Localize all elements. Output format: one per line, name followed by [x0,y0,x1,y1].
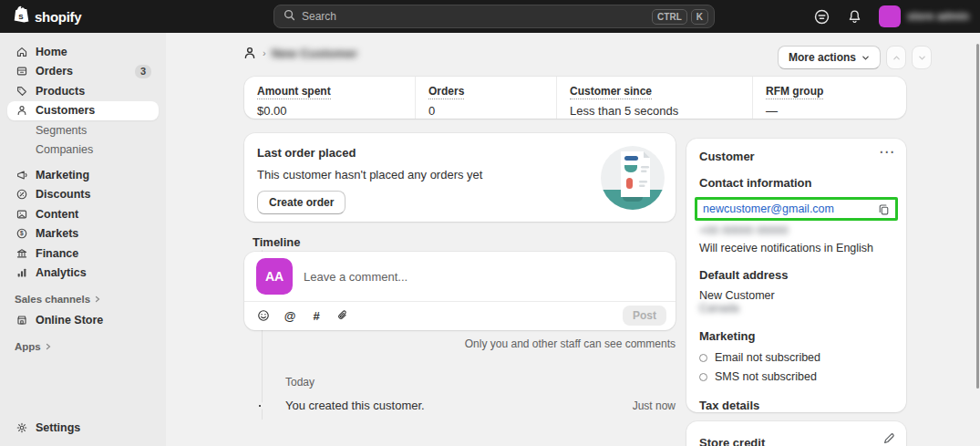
search-icon [284,9,295,24]
stat-label[interactable]: Customer since [570,85,652,99]
timeline-dot [256,402,263,410]
sidekick-assistant-icon[interactable] [813,8,830,26]
stat-customer-since: Customer since Less than 5 seconds [556,77,752,119]
stat-label[interactable]: Orders [428,85,464,99]
store-credit-card: Store credit [686,421,906,446]
shopify-wordmark: shopify [35,9,81,25]
sidebar-item-analytics[interactable]: Analytics [7,264,159,284]
account-avatar [879,5,901,27]
orders-icon [15,65,28,78]
sidebar-item-orders[interactable]: Orders 3 [7,62,159,82]
online-store-icon [15,314,28,327]
edit-pencil-icon[interactable] [882,432,895,445]
attachment-paperclip-icon[interactable] [335,308,350,323]
marketing-icon [15,169,28,182]
store-credit-title: Store credit [699,436,893,446]
hashtag-icon[interactable]: # [309,308,324,323]
sidebar-item-marketing[interactable]: Marketing [7,165,159,185]
discounts-percent-icon [15,188,28,201]
customers-icon [15,104,28,117]
notifications-bell-icon[interactable] [847,9,862,25]
next-customer-button[interactable] [912,46,932,69]
sidebar-item-settings[interactable]: Settings [7,419,159,439]
sidebar-nav: Home Orders 3 Products Customers Segment… [0,33,166,446]
user-avatar: AA [256,258,293,295]
sidebar-item-markets[interactable]: $ Markets [7,224,159,244]
customer-person-icon[interactable] [242,46,257,60]
customer-info-card: Customer ⋯ Contact information newcustom… [686,139,906,412]
email-highlight-box: newcustomer@gmail.com [695,197,898,221]
marketing-heading: Marketing [699,329,893,343]
timeline-title: Timeline [253,235,301,249]
emoji-icon[interactable] [256,308,271,323]
sales-channels-header[interactable]: Sales channels [7,288,159,310]
chevron-down-icon [861,54,870,62]
contact-information-heading: Contact information [699,176,893,190]
store-name-redacted: store admin [907,10,969,23]
empty-orders-illustration [599,144,666,214]
svg-text:S: S [18,13,24,21]
stat-orders: Orders 0 [415,77,556,119]
topbar: S shopify Search CTRL K store admin [0,0,980,33]
timeline-event-time: Just now [633,399,676,412]
comment-composer: AA Leave a comment... @ # Post [244,252,676,330]
breadcrumb-chevron-icon: › [263,47,266,58]
stat-value: $0.00 [257,104,415,118]
breadcrumb: › New Customer [242,46,357,60]
sidebar-item-customers[interactable]: Customers [7,101,159,121]
main-content: › New Customer More actions Amount spent… [166,33,980,446]
markets-globe-icon: $ [15,227,28,240]
status-circle-icon [699,354,707,362]
comment-placeholder: Leave a comment... [304,270,407,284]
address-name: New Customer [699,289,893,302]
apps-header[interactable]: Apps [7,336,159,358]
timeline-event-text: You created this customer. [285,399,425,412]
shopify-logo[interactable]: S shopify [13,5,81,27]
notification-language-note: Will receive notifications in English [699,242,893,254]
chevron-right-icon [94,294,101,305]
previous-customer-button[interactable] [886,46,906,69]
chevron-right-icon [45,341,52,352]
mention-icon[interactable]: @ [283,308,297,323]
stat-rfm-group: RFM group — [752,77,906,119]
sidebar-item-finance[interactable]: Finance [7,244,159,264]
stat-value: — [766,104,906,118]
sidebar-item-segments[interactable]: Segments [7,120,159,140]
post-button[interactable]: Post [623,306,666,326]
tax-details-heading: Tax details [699,399,893,412]
orders-count-badge: 3 [135,65,151,78]
sidebar-item-companies[interactable]: Companies [7,140,159,161]
global-search-input[interactable]: Search CTRL K [273,5,715,28]
content-image-icon [15,208,28,221]
search-placeholder: Search [302,10,648,23]
sidebar-item-home[interactable]: Home [7,42,159,62]
copy-email-icon[interactable] [878,203,890,215]
comment-input[interactable]: AA Leave a comment... [244,252,676,302]
home-icon [15,46,28,58]
sidebar-item-online-store[interactable]: Online Store [7,310,159,330]
customer-name-redacted: New Customer [272,47,358,60]
chevron-up-icon [892,54,901,62]
more-options-icon[interactable]: ⋯ [879,142,895,161]
stat-label[interactable]: RFM group [766,85,823,99]
stat-amount-spent: Amount spent $0.00 [244,77,415,119]
stat-value: 0 [428,104,556,118]
shortcut-ctrl-key: CTRL [652,9,687,25]
settings-gear-icon [15,421,28,434]
customer-email-link[interactable]: newcustomer@gmail.com [703,202,834,215]
analytics-bars-icon [15,266,28,279]
shortcut-k-key: K [691,9,708,25]
sidebar-item-content[interactable]: Content [7,204,159,224]
account-menu[interactable]: store admin [879,5,969,27]
more-actions-button[interactable]: More actions [778,46,881,69]
sidebar-item-discounts[interactable]: Discounts [7,185,159,205]
create-order-button[interactable]: Create order [257,191,346,214]
finance-bank-icon [15,247,28,260]
comments-visibility-note: Only you and other staff can see comment… [244,337,676,350]
customer-card-title: Customer [699,150,893,163]
stat-value: Less than 5 seconds [570,104,752,118]
sidebar-item-products[interactable]: Products [7,81,159,101]
last-order-card: Last order placed This customer hasn't p… [244,133,676,222]
stat-label[interactable]: Amount spent [257,85,331,99]
vertical-scrollbar[interactable] [976,44,979,389]
